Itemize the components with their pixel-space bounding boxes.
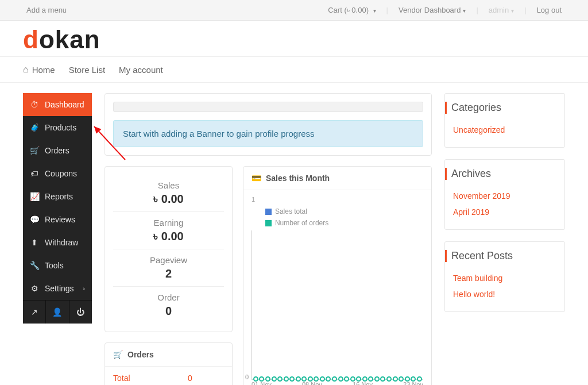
kpi-label: Sales	[113, 180, 224, 190]
logout-link[interactable]: Log out	[533, 6, 565, 14]
recent-post-link[interactable]: Team building	[453, 270, 556, 286]
chart-point	[399, 376, 404, 382]
admin-dropdown[interactable]: admin	[485, 6, 517, 14]
chart-point	[314, 376, 319, 382]
orders-panel: 🛒 Orders Total0Completed0Pending0Process…	[105, 342, 233, 385]
logo[interactable]: dokan	[23, 25, 565, 54]
cart-icon: 🛒	[113, 350, 123, 359]
sidebar-item-withdraw[interactable]: ⬆Withdraw	[23, 231, 92, 254]
sidebar-item-reviews-icon: 💬	[30, 215, 39, 224]
user-icon[interactable]: 👤	[45, 301, 68, 324]
chart-point	[356, 376, 361, 382]
chart-point	[332, 376, 337, 382]
sales-panel-title: Sales this Month	[266, 174, 330, 183]
navbar: Home Store List My account	[0, 56, 588, 83]
legend-order-count: Number of orders	[265, 219, 417, 227]
widget-categories: Categories Uncategorized	[444, 93, 565, 148]
sidebar-item-label: Reports	[45, 192, 73, 201]
add-menu-link[interactable]: Add a menu	[23, 6, 70, 14]
nav-home[interactable]: Home	[23, 64, 55, 75]
divider: |	[476, 6, 478, 14]
chart-point	[253, 376, 258, 382]
sidebar-item-label: Coupons	[45, 169, 77, 178]
card-icon: 💳	[252, 174, 261, 183]
chart-area: 0	[252, 230, 423, 380]
sidebar-item-label: Products	[45, 123, 76, 132]
divider: |	[524, 6, 526, 14]
chart-xtick: 08 Nov	[302, 381, 322, 385]
chart-point	[338, 376, 343, 382]
nav-store-list[interactable]: Store List	[69, 65, 105, 75]
sidebar-item-products-icon: 🧳	[30, 123, 39, 132]
kpi-panel: Sales৳ 0.00Earning৳ 0.00Pageview2Order0	[105, 166, 233, 332]
chart-point	[284, 376, 289, 382]
chart-point	[350, 376, 355, 382]
category-link[interactable]: Uncategorized	[453, 122, 556, 138]
topbar: Add a menu Cart (৳ 0.00) | Vendor Dashbo…	[0, 0, 588, 21]
widget-recent-title: Recent Posts	[445, 250, 556, 262]
cart-amount: ৳ 0.00	[347, 6, 366, 14]
sidebar-item-coupons-icon: 🏷	[30, 169, 39, 178]
sidebar-item-tools-icon: 🔧	[30, 261, 39, 270]
archive-link[interactable]: November 2019	[453, 188, 556, 204]
archive-link[interactable]: April 2019	[453, 204, 556, 220]
sidebar-item-tools[interactable]: 🔧Tools	[23, 254, 92, 277]
main-layout: ⏱Dashboard🧳Products🛒Orders🏷Coupons📈Repor…	[0, 83, 588, 385]
external-link-icon[interactable]: ↗	[23, 301, 45, 324]
brand-row: dokan	[0, 21, 588, 56]
sidebar-item-label: Withdraw	[45, 238, 78, 247]
chart-point	[362, 376, 368, 382]
sidebar-item-reports-icon: 📈	[30, 192, 39, 201]
profile-progress-notice[interactable]: Start with adding a Banner to gain profi…	[113, 120, 423, 147]
sidebar-item-label: Reviews	[45, 215, 75, 224]
sales-month-panel: 💳 Sales this Month 1 Sales total	[243, 166, 432, 385]
chart-point	[277, 376, 283, 382]
sidebar-item-settings[interactable]: ⚙Settings›	[23, 277, 92, 300]
sidebar-item-coupons[interactable]: 🏷Coupons	[23, 162, 92, 185]
nav-my-account[interactable]: My account	[119, 65, 163, 75]
chart-point	[289, 376, 295, 382]
kpi-value: 2	[113, 267, 224, 280]
chart-point	[326, 376, 331, 382]
chart-point	[308, 376, 313, 382]
kpi-label: Order	[113, 292, 224, 302]
chevron-right-icon: ›	[83, 285, 85, 292]
cart-dropdown[interactable]: Cart (৳ 0.00)	[324, 6, 379, 15]
center-column: Start with adding a Banner to gain profi…	[105, 93, 432, 385]
legend-sales-total: Sales total	[265, 207, 417, 215]
chart-point	[380, 376, 385, 382]
legend-order-count-label: Number of orders	[275, 219, 328, 227]
swatch-blue	[265, 209, 272, 215]
chart-point	[405, 376, 410, 382]
profile-progress-bar	[113, 102, 423, 112]
orders-row-label: Total	[113, 374, 188, 383]
kpi-value: 0	[113, 305, 224, 318]
vendor-dashboard-dropdown[interactable]: Vendor Dashboard	[395, 6, 469, 14]
recent-post-link[interactable]: Hello world!	[453, 286, 556, 302]
cart-label: Cart	[328, 6, 342, 14]
orders-panel-title: Orders	[127, 350, 154, 359]
chart-point	[386, 376, 392, 382]
sidebar-item-label: Orders	[45, 146, 69, 155]
kpi-value: ৳ 0.00	[113, 230, 224, 243]
sidebar-item-reviews[interactable]: 💬Reviews	[23, 208, 92, 231]
kpi-earning: Earning৳ 0.00	[113, 211, 224, 249]
sidebar-item-dashboard[interactable]: ⏱Dashboard	[23, 93, 92, 116]
legend-sales-total-label: Sales total	[275, 207, 307, 215]
chart-point	[259, 376, 264, 382]
chart-point	[272, 376, 277, 382]
swatch-teal	[265, 220, 272, 226]
sidebar-item-label: Tools	[45, 261, 64, 270]
sidebar-item-orders[interactable]: 🛒Orders	[23, 139, 92, 162]
sidebar-item-products[interactable]: 🧳Products	[23, 116, 92, 139]
chart-ymax: 1	[252, 196, 423, 203]
power-icon[interactable]: ⏻	[69, 301, 92, 324]
chart-point	[344, 376, 349, 382]
logo-rest: okan	[39, 25, 100, 53]
logo-d: d	[23, 25, 39, 53]
sidebar-item-reports[interactable]: 📈Reports	[23, 185, 92, 208]
chart-xtick: 01 Nov	[252, 381, 272, 385]
chart-point	[296, 376, 301, 382]
kpi-sales: Sales৳ 0.00	[113, 175, 224, 211]
widget-categories-title: Categories	[445, 102, 556, 114]
